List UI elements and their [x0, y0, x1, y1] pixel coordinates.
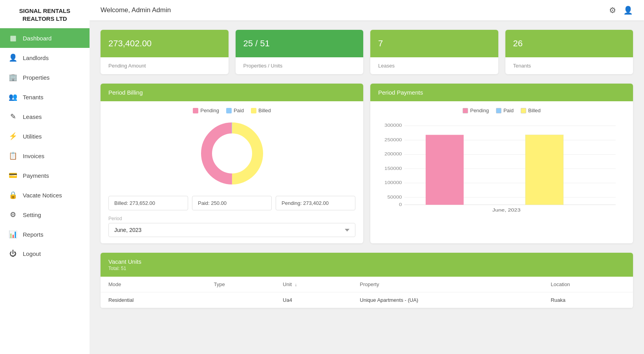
- donut-stat-1: Paid: 250.00: [192, 196, 272, 210]
- logout-icon: ⏻: [9, 250, 17, 258]
- invoices-icon: 📋: [9, 151, 17, 160]
- period-billing-title: Period Billing: [108, 89, 143, 96]
- main-content: Welcome, Admin Admin ⚙ 👤 273,402.00Pendi…: [90, 0, 644, 354]
- setting-label: Setting: [23, 212, 41, 218]
- svg-text:100000: 100000: [384, 180, 402, 185]
- period-payments-title: Period Payments: [378, 89, 423, 96]
- reports-icon: 📊: [9, 230, 17, 239]
- svg-text:150000: 150000: [384, 166, 402, 171]
- stat-value-0: 273,402.00: [101, 30, 229, 57]
- bar-billed: [525, 135, 564, 205]
- sidebar: SIGNAL RENTALS REALTORS LTD ▦Dashboard👤L…: [0, 0, 90, 354]
- legend-item-paid: Paid: [226, 108, 244, 113]
- cell-type: [206, 292, 275, 308]
- utilities-icon: ⚡: [9, 132, 17, 141]
- col-header-mode: Mode: [101, 277, 206, 292]
- period-billing-card: Period Billing PendingPaidBilled: [101, 84, 363, 243]
- billing-legend: PendingPaidBilled: [108, 108, 355, 113]
- sort-icon: ↓: [295, 282, 297, 287]
- stat-value-1: 25 / 51: [236, 30, 364, 57]
- sidebar-nav: ▦Dashboard👤Landlords🏢Properties👥Tenants✎…: [0, 28, 90, 354]
- payments-legend: PendingPaidBilled: [378, 108, 625, 113]
- svg-text:0: 0: [399, 202, 402, 207]
- payments-legend-item-billed: Billed: [521, 108, 541, 113]
- cell-property: Unique Apartments - (UA): [352, 292, 543, 308]
- stat-card-1: 25 / 51Properties / Units: [236, 30, 364, 74]
- cell-unit: Ua4: [275, 292, 352, 308]
- vacant-units-card: Vacant Units Total: 51 ModeTypeUnit ↓Pro…: [101, 253, 633, 308]
- sidebar-item-logout[interactable]: ⏻Logout: [0, 244, 90, 263]
- svg-text:250000: 250000: [384, 137, 402, 142]
- landlords-icon: 👤: [9, 53, 17, 62]
- stat-label-1: Properties / Units: [236, 57, 364, 74]
- sidebar-item-utilities[interactable]: ⚡Utilities: [0, 126, 90, 146]
- vacate-notices-label: Vacate Notices: [23, 192, 62, 199]
- payments-icon: 💳: [9, 171, 17, 180]
- invoices-label: Invoices: [23, 153, 44, 159]
- payments-legend-item-pending: Pending: [463, 108, 489, 113]
- svg-text:200000: 200000: [384, 152, 402, 157]
- bar-chart: 300000 250000 200000 150000 100000 50000…: [378, 122, 625, 212]
- leases-label: Leases: [23, 113, 42, 120]
- sidebar-item-reports[interactable]: 📊Reports: [0, 224, 90, 244]
- reports-label: Reports: [23, 231, 44, 238]
- svg-text:50000: 50000: [387, 195, 402, 199]
- stat-value-3: 26: [505, 30, 633, 57]
- period-select[interactable]: June, 2023: [108, 223, 355, 237]
- leases-icon: ✎: [9, 112, 17, 121]
- sidebar-item-invoices[interactable]: 📋Invoices: [0, 146, 90, 166]
- dashboard-label: Dashboard: [23, 35, 51, 42]
- payments-legend-item-paid: Paid: [496, 108, 514, 113]
- svg-text:300000: 300000: [384, 123, 402, 128]
- utilities-label: Utilities: [23, 133, 42, 140]
- landlords-label: Landlords: [23, 55, 49, 61]
- period-label: Period: [108, 216, 355, 221]
- sidebar-item-properties[interactable]: 🏢Properties: [0, 68, 90, 87]
- stat-label-3: Tenants: [505, 57, 633, 74]
- user-icon[interactable]: 👤: [623, 5, 633, 15]
- stat-card-2: 7Leases: [370, 30, 498, 74]
- sidebar-item-dashboard[interactable]: ▦Dashboard: [0, 28, 90, 48]
- properties-label: Properties: [23, 74, 49, 81]
- cell-location: Ruaka: [543, 292, 633, 308]
- table-row: ResidentialUa4Unique Apartments - (UA)Ru…: [101, 292, 633, 308]
- stat-card-0: 273,402.00Pending Amount: [101, 30, 229, 74]
- sidebar-item-vacate-notices[interactable]: 🔒Vacate Notices: [0, 185, 90, 205]
- period-section: Period June, 2023: [108, 216, 355, 237]
- sidebar-item-leases[interactable]: ✎Leases: [0, 107, 90, 126]
- svg-text:June, 2023: June, 2023: [492, 208, 521, 212]
- setting-icon: ⚙: [9, 210, 17, 219]
- bar-pending: [426, 135, 464, 205]
- vacant-units-title: Vacant Units: [108, 258, 625, 265]
- tenants-icon: 👥: [9, 93, 17, 101]
- col-header-unit[interactable]: Unit ↓: [275, 277, 352, 292]
- sidebar-item-setting[interactable]: ⚙Setting: [0, 205, 90, 224]
- tenants-label: Tenants: [23, 94, 44, 100]
- charts-row: Period Billing PendingPaidBilled: [101, 84, 633, 243]
- settings-icon[interactable]: ⚙: [609, 5, 616, 15]
- donut-stats: Billed: 273,652.00Paid: 250.00Pending: 2…: [108, 196, 355, 210]
- period-payments-header: Period Payments: [370, 84, 633, 101]
- donut-stat-0: Billed: 273,652.00: [108, 196, 188, 210]
- legend-item-pending: Pending: [193, 108, 219, 113]
- col-header-location: Location: [543, 277, 633, 292]
- stat-cards: 273,402.00Pending Amount25 / 51Propertie…: [101, 30, 633, 74]
- vacant-units-table: ModeTypeUnit ↓PropertyLocation Residenti…: [101, 277, 633, 308]
- sidebar-item-payments[interactable]: 💳Payments: [0, 166, 90, 185]
- period-billing-body: PendingPaidBilled Billed: 273,652.00Paid…: [101, 101, 363, 243]
- sidebar-item-landlords[interactable]: 👤Landlords: [0, 48, 90, 68]
- sidebar-item-tenants[interactable]: 👥Tenants: [0, 87, 90, 107]
- donut-stat-2: Pending: 273,402.00: [276, 196, 355, 210]
- legend-item-billed: Billed: [251, 108, 271, 113]
- period-billing-header: Period Billing: [101, 84, 363, 101]
- col-header-type: Type: [206, 277, 275, 292]
- logout-label: Logout: [23, 250, 41, 257]
- bar-chart-container: 300000 250000 200000 150000 100000 50000…: [378, 118, 625, 212]
- vacate-notices-icon: 🔒: [9, 191, 17, 199]
- header: Welcome, Admin Admin ⚙ 👤: [90, 0, 644, 20]
- welcome-text: Welcome, Admin Admin: [101, 6, 171, 14]
- donut-chart: [197, 118, 267, 189]
- dashboard-icon: ▦: [9, 34, 17, 42]
- stat-label-2: Leases: [370, 57, 498, 74]
- col-header-property: Property: [352, 277, 543, 292]
